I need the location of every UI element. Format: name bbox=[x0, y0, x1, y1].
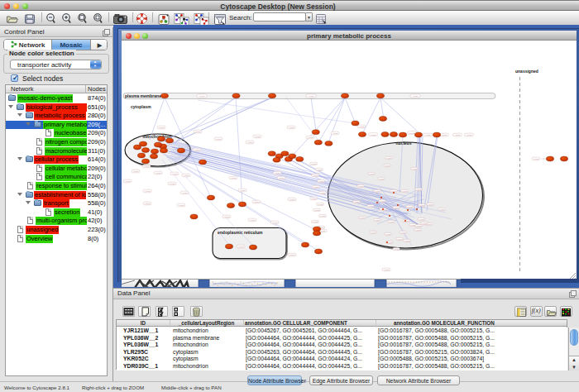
svg-text:Yxx00: Yxx00 bbox=[159, 127, 165, 129]
svg-text:Yxx00: Yxx00 bbox=[422, 222, 428, 225]
svg-text:Yxx00: Yxx00 bbox=[247, 141, 253, 144]
svg-text:Yxx00: Yxx00 bbox=[400, 232, 406, 234]
svg-text:Yxx00: Yxx00 bbox=[314, 209, 320, 212]
svg-text:Yxx00: Yxx00 bbox=[397, 238, 403, 241]
svg-text:Yxx00: Yxx00 bbox=[320, 192, 326, 194]
svg-text:Yxx00: Yxx00 bbox=[413, 95, 419, 98]
svg-text:plasma membrane: plasma membrane bbox=[125, 93, 161, 98]
svg-text:Yxx00: Yxx00 bbox=[380, 200, 385, 203]
svg-text:nucleus: nucleus bbox=[396, 141, 412, 146]
svg-text:Yxx00: Yxx00 bbox=[279, 177, 285, 179]
svg-text:Yxx00: Yxx00 bbox=[199, 95, 205, 98]
svg-text:Yxx00: Yxx00 bbox=[375, 219, 380, 222]
svg-text:Yxx00: Yxx00 bbox=[358, 185, 364, 188]
svg-text:Yxx00: Yxx00 bbox=[272, 222, 278, 224]
svg-text:endoplasmic reticulum: endoplasmic reticulum bbox=[218, 230, 263, 235]
svg-text:Yxx00: Yxx00 bbox=[371, 134, 376, 136]
svg-text:Yxx00: Yxx00 bbox=[231, 177, 237, 179]
svg-text:Yxx00: Yxx00 bbox=[394, 207, 400, 209]
svg-text:Yxx00: Yxx00 bbox=[320, 215, 326, 218]
svg-text:Yxx00: Yxx00 bbox=[455, 134, 461, 136]
svg-text:Yxx00: Yxx00 bbox=[369, 173, 375, 175]
svg-text:Yxx00: Yxx00 bbox=[428, 203, 433, 206]
svg-text:Yxx00: Yxx00 bbox=[407, 206, 413, 208]
svg-text:Yxx00: Yxx00 bbox=[290, 254, 295, 256]
svg-text:Yxx00: Yxx00 bbox=[311, 163, 317, 165]
svg-text:Yxx00: Yxx00 bbox=[404, 240, 410, 242]
svg-text:Yxx00: Yxx00 bbox=[389, 221, 395, 223]
svg-text:Yxx00: Yxx00 bbox=[386, 157, 392, 160]
svg-text:Yxx00: Yxx00 bbox=[318, 203, 323, 206]
svg-text:Yxx00: Yxx00 bbox=[359, 126, 365, 128]
svg-text:Yxx00: Yxx00 bbox=[354, 201, 360, 203]
svg-text:Yxx00: Yxx00 bbox=[125, 180, 131, 183]
svg-text:Yxx00: Yxx00 bbox=[313, 174, 318, 177]
svg-text:mitochondrion: mitochondrion bbox=[143, 134, 172, 139]
svg-text:Yxx00: Yxx00 bbox=[224, 216, 230, 218]
svg-text:cytoplasm: cytoplasm bbox=[131, 104, 151, 109]
svg-text:Yxx00: Yxx00 bbox=[254, 201, 260, 203]
svg-text:Yxx00: Yxx00 bbox=[275, 172, 280, 174]
svg-text:Yxx00: Yxx00 bbox=[385, 233, 391, 236]
svg-text:Yxx00: Yxx00 bbox=[384, 269, 390, 271]
svg-text:Yxx00: Yxx00 bbox=[308, 136, 313, 139]
svg-text:Yxx00: Yxx00 bbox=[333, 132, 338, 135]
svg-text:Yxx00: Yxx00 bbox=[156, 172, 161, 174]
svg-text:Yxx00: Yxx00 bbox=[170, 183, 175, 185]
svg-text:Yxx00: Yxx00 bbox=[309, 95, 314, 98]
svg-text:Yxx00: Yxx00 bbox=[250, 219, 256, 222]
svg-text:Yxx00: Yxx00 bbox=[311, 198, 317, 200]
svg-text:Yxx00: Yxx00 bbox=[133, 170, 139, 173]
svg-text:Yxx00: Yxx00 bbox=[375, 190, 380, 193]
svg-text:Yxx00: Yxx00 bbox=[416, 225, 422, 227]
svg-text:Yxx00: Yxx00 bbox=[255, 136, 261, 138]
svg-text:Yxx00: Yxx00 bbox=[415, 229, 421, 232]
svg-text:Yxx00: Yxx00 bbox=[238, 246, 244, 248]
svg-text:Yxx00: Yxx00 bbox=[179, 204, 184, 207]
svg-text:Yxx00: Yxx00 bbox=[318, 180, 324, 183]
svg-text:Yxx00: Yxx00 bbox=[216, 138, 222, 141]
svg-text:Yxx00: Yxx00 bbox=[368, 205, 374, 208]
svg-text:Yxx00: Yxx00 bbox=[313, 221, 318, 223]
svg-text:Yxx00: Yxx00 bbox=[195, 131, 201, 133]
svg-text:Yxx00: Yxx00 bbox=[290, 198, 295, 201]
svg-text:Yxx00: Yxx00 bbox=[317, 169, 323, 171]
svg-text:Yxx00: Yxx00 bbox=[240, 189, 246, 192]
svg-text:Yxx00: Yxx00 bbox=[144, 165, 150, 168]
svg-text:Yxx00: Yxx00 bbox=[385, 165, 390, 167]
svg-text:Yxx00: Yxx00 bbox=[182, 192, 188, 194]
svg-text:Yxx00: Yxx00 bbox=[412, 168, 418, 170]
svg-text:Yxx00: Yxx00 bbox=[442, 134, 447, 136]
svg-text:Yxx00: Yxx00 bbox=[409, 132, 415, 135]
svg-text:Yxx00: Yxx00 bbox=[145, 203, 151, 205]
svg-text:Yxx00: Yxx00 bbox=[419, 204, 425, 207]
svg-text:Yxx00: Yxx00 bbox=[419, 218, 424, 221]
svg-text:Yxx00: Yxx00 bbox=[404, 220, 409, 222]
svg-text:Yxx00: Yxx00 bbox=[313, 186, 319, 189]
svg-text:unassigned: unassigned bbox=[515, 69, 538, 74]
svg-text:Yxx00: Yxx00 bbox=[320, 230, 326, 232]
svg-text:Yxx00: Yxx00 bbox=[439, 208, 445, 211]
svg-text:Yxx00: Yxx00 bbox=[534, 158, 539, 160]
svg-text:Yxx00: Yxx00 bbox=[379, 178, 385, 180]
svg-text:Yxx00: Yxx00 bbox=[289, 127, 294, 129]
svg-text:Yxx00: Yxx00 bbox=[425, 134, 431, 136]
svg-text:Yxx00: Yxx00 bbox=[394, 248, 400, 251]
svg-text:Yxx00: Yxx00 bbox=[416, 189, 422, 191]
svg-text:Yxx00: Yxx00 bbox=[360, 217, 366, 219]
svg-text:Yxx00: Yxx00 bbox=[371, 232, 376, 234]
svg-text:Yxx00: Yxx00 bbox=[467, 134, 472, 136]
svg-text:Yxx00: Yxx00 bbox=[145, 190, 151, 193]
svg-text:Yxx00: Yxx00 bbox=[402, 190, 408, 193]
svg-text:Yxx00: Yxx00 bbox=[172, 173, 178, 175]
svg-text:Yxx00: Yxx00 bbox=[194, 149, 200, 151]
svg-text:Yxx00: Yxx00 bbox=[184, 174, 189, 177]
